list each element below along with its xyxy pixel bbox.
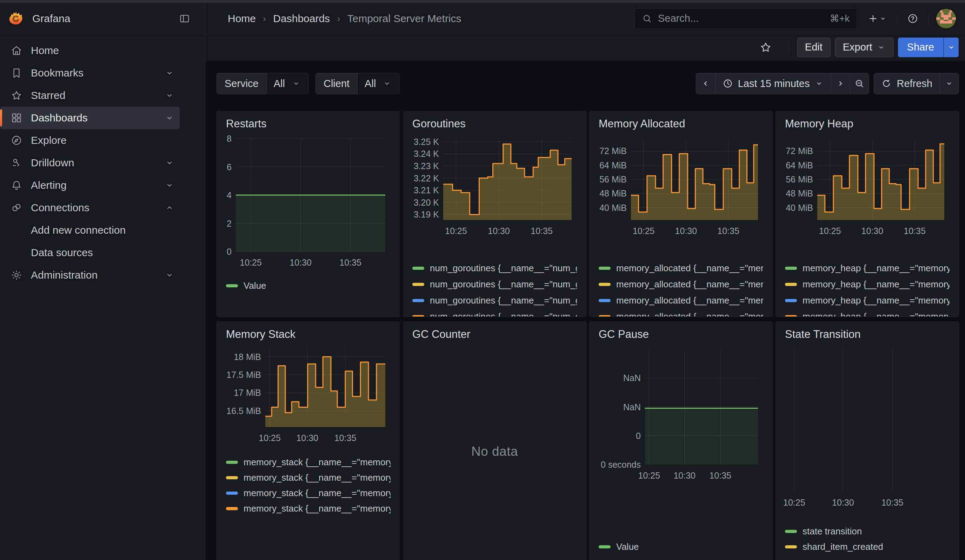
- share-split-button: Share: [898, 38, 959, 57]
- sidebar-item-connections[interactable]: Connections: [0, 196, 180, 219]
- legend-item[interactable]: memory_heap {__name__="memory_h: [785, 276, 950, 292]
- refresh-interval-button[interactable]: [939, 73, 958, 94]
- legend-label: memory_stack {__name__="memory_s: [244, 503, 391, 514]
- panel-title[interactable]: Memory Heap: [776, 111, 959, 130]
- panel-title[interactable]: GC Pause: [589, 322, 772, 341]
- chevron-down-icon: [945, 79, 954, 88]
- chart-canvas[interactable]: 10:2510:3010:3516.5 MiB17 MiB17.5 MiB18 …: [226, 342, 400, 447]
- panel-title[interactable]: Memory Stack: [217, 322, 400, 341]
- legend-marker: [226, 284, 238, 287]
- grafana-logo-icon[interactable]: [8, 11, 24, 27]
- legend-item[interactable]: memory_stack {__name__="memory_s: [226, 501, 391, 516]
- legend-item[interactable]: memory_allocated {__name__="memo: [599, 309, 763, 317]
- legend-item[interactable]: memory_heap {__name__="memory_h: [785, 309, 950, 317]
- sidebar-item-bookmarks[interactable]: Bookmarks: [0, 62, 180, 84]
- legend-item[interactable]: num_goroutines {__name__="num_go: [412, 260, 577, 276]
- filter-service[interactable]: ServiceAll: [216, 73, 308, 94]
- legend-item[interactable]: memory_allocated {__name__="memo: [599, 260, 763, 276]
- panel-title[interactable]: Restarts: [217, 111, 400, 130]
- chevron-down-icon: [164, 158, 175, 168]
- edit-button[interactable]: Edit: [797, 38, 831, 57]
- time-shift-back-button[interactable]: [696, 73, 715, 94]
- sidebar-item-label: Administration: [31, 269, 98, 281]
- breadcrumb-home[interactable]: Home: [228, 13, 256, 24]
- legend-label: shard_item_created: [803, 541, 883, 552]
- panel-title[interactable]: Memory Allocated: [589, 111, 772, 130]
- sidebar-item-label: Data sources: [31, 247, 93, 259]
- chart-canvas[interactable]: 10:2510:3010:3502468: [226, 132, 400, 272]
- search-input[interactable]: Search... ⌘+k: [635, 8, 857, 29]
- user-avatar[interactable]: [936, 9, 956, 28]
- share-button[interactable]: Share: [898, 38, 943, 57]
- chart-canvas[interactable]: 10:2510:3010:3540 MiB48 MiB56 MiB64 MiB7…: [785, 132, 959, 240]
- favorite-star-icon[interactable]: [757, 39, 774, 56]
- legend-item[interactable]: state transition: [785, 524, 950, 539]
- legend-label: memory_allocated {__name__="memo: [616, 311, 763, 317]
- legend-item[interactable]: shard_item_created: [785, 539, 950, 554]
- panel-title[interactable]: Goroutines: [403, 111, 586, 130]
- legend-item[interactable]: memory_heap {__name__="memory_h: [785, 260, 950, 276]
- chart-canvas[interactable]: 10:2510:3010:350 seconds0NaNNaN: [599, 342, 772, 485]
- panel-memory_stack: Memory Stack10:2510:3010:3516.5 MiB17 Mi…: [216, 322, 400, 560]
- legend-marker: [785, 267, 797, 270]
- legend-item[interactable]: memory_stack {__name__="memory_s: [226, 454, 391, 470]
- legend-label: num_goroutines {__name__="num_go: [430, 295, 577, 306]
- sidebar-item-starred[interactable]: Starred: [0, 84, 180, 107]
- bookmark-icon: [10, 67, 23, 79]
- sidebar-item-add-new-connection[interactable]: Add new connection: [0, 219, 180, 242]
- refresh-icon: [881, 78, 891, 89]
- x-axis-tick: 10:30: [675, 226, 697, 236]
- sidebar-item-home[interactable]: Home: [0, 39, 180, 62]
- sidebar-item-data-sources[interactable]: Data sources: [0, 242, 180, 264]
- export-button[interactable]: Export: [835, 38, 894, 57]
- legend-item[interactable]: num_goroutines {__name__="num_go: [412, 292, 577, 309]
- legend-label: memory_allocated {__name__="memo: [616, 295, 763, 306]
- sidebar-item-administration[interactable]: Administration: [0, 264, 180, 286]
- chart-canvas[interactable]: 10:2510:3010:353.19 K3.20 K3.21 K3.22 K3…: [412, 132, 586, 240]
- legend-item[interactable]: num_goroutines {__name__="num_go: [412, 276, 577, 292]
- panel-state_transition: State Transition10:2510:3010:35state tra…: [775, 322, 959, 560]
- breadcrumb-dashboards[interactable]: Dashboards: [273, 13, 330, 24]
- y-axis-tick: 16.5 MiB: [226, 406, 261, 416]
- legend-marker: [599, 267, 610, 270]
- dock-sidebar-icon[interactable]: [177, 11, 192, 26]
- refresh-button[interactable]: Refresh: [874, 73, 939, 94]
- time-shift-forward-button[interactable]: [831, 73, 850, 94]
- legend-item[interactable]: num_goroutines {__name__="num_go: [412, 309, 577, 317]
- legend-item[interactable]: memory_allocated {__name__="memo: [599, 276, 763, 292]
- sidebar-item-drilldown[interactable]: Drilldown: [0, 152, 180, 174]
- chart-canvas[interactable]: 10:2510:3010:35: [785, 342, 959, 512]
- filter-client[interactable]: ClientAll: [316, 73, 399, 94]
- sidebar-item-dashboards[interactable]: Dashboards: [0, 107, 180, 129]
- help-icon[interactable]: [905, 11, 921, 26]
- filter-value-select[interactable]: All: [267, 73, 308, 94]
- legend-item[interactable]: Value: [599, 539, 763, 554]
- divider: [789, 41, 789, 54]
- chart-canvas[interactable]: 10:2510:3010:3540 MiB48 MiB56 MiB64 MiB7…: [599, 132, 772, 240]
- time-range-picker[interactable]: Last 15 minutes: [715, 73, 831, 94]
- filter-value-select[interactable]: All: [357, 73, 399, 94]
- x-axis-tick: 10:25: [633, 226, 655, 236]
- legend-label: memory_heap {__name__="memory_h: [803, 279, 950, 290]
- add-new-button[interactable]: [865, 11, 889, 26]
- legend-label: memory_allocated {__name__="memo: [616, 263, 763, 274]
- legend-item[interactable]: memory_stack {__name__="memory_s: [226, 470, 391, 485]
- legend-item[interactable]: Value: [226, 278, 391, 294]
- search-icon: [642, 13, 653, 24]
- legend-item[interactable]: memory_allocated {__name__="memo: [599, 292, 763, 309]
- y-axis-tick: 3.19 K: [414, 209, 439, 219]
- filter-label: Service: [217, 73, 267, 94]
- share-menu-button[interactable]: [943, 38, 959, 57]
- legend-label: memory_heap {__name__="memory_h: [803, 295, 950, 306]
- sidebar-item-explore[interactable]: Explore: [0, 129, 180, 152]
- sidebar-item-alerting[interactable]: Alerting: [0, 174, 180, 196]
- sidebar-nav: HomeBookmarksStarredDashboardsExploreDri…: [0, 34, 205, 286]
- chevron-down-icon: [815, 79, 824, 88]
- zoom-out-icon[interactable]: [850, 73, 869, 94]
- panel-title[interactable]: State Transition: [776, 322, 959, 341]
- panel-title[interactable]: GC Counter: [403, 322, 586, 341]
- legend-marker: [599, 315, 610, 317]
- y-axis-tick: 48 MiB: [786, 188, 813, 198]
- legend-item[interactable]: memory_stack {__name__="memory_s: [226, 485, 391, 501]
- legend-item[interactable]: memory_heap {__name__="memory_h: [785, 292, 950, 309]
